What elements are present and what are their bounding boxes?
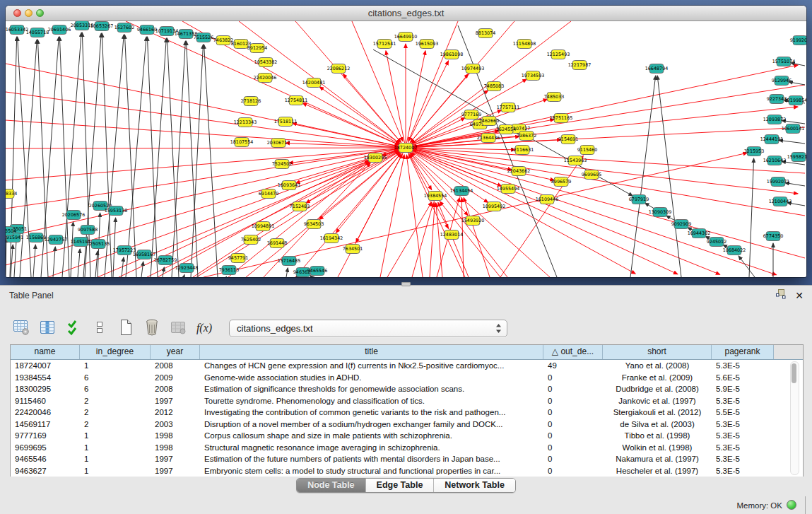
tab-node-table[interactable]: Node Table: [297, 479, 365, 492]
graph-node[interactable]: 9115460: [577, 146, 597, 155]
graph-node[interactable]: 3215953: [744, 147, 764, 156]
table-row[interactable]: 1456911722003Disruption of a novel membe…: [11, 419, 803, 431]
graph-node[interactable]: 1691448: [267, 239, 287, 248]
graph-node[interactable]: 14055718: [26, 28, 49, 37]
tab-edge-table[interactable]: Edge Table: [365, 479, 434, 492]
select-all-button[interactable]: [64, 318, 83, 338]
graph-node[interactable]: 16194342: [320, 234, 343, 243]
graph-node[interactable]: 9465546: [307, 267, 327, 276]
graph-edge[interactable]: [78, 249, 80, 277]
table-row[interactable]: 969969511998Structural magnetic resonanc…: [11, 442, 803, 454]
graph-node[interactable]: 6797919: [629, 195, 649, 204]
graph-node[interactable]: 9154691: [558, 135, 578, 144]
table-row[interactable]: 2242004622012Investigating the contribut…: [11, 407, 803, 419]
graph-node[interactable]: 9199203: [790, 36, 806, 45]
column-header-pagerank[interactable]: pagerank: [712, 345, 774, 359]
close-window-button[interactable]: [13, 9, 21, 17]
graph-node[interactable]: 1156869: [26, 233, 46, 243]
graph-node[interactable]: 12213343: [234, 118, 257, 127]
table-row[interactable]: 1872400712008Changes of HCN gene express…: [11, 360, 803, 372]
graph-node[interactable]: 12444191: [760, 135, 784, 144]
graph-node[interactable]: 12505135: [87, 240, 110, 249]
graph-node[interactable]: 16648794: [645, 64, 669, 74]
graph-node[interactable]: 19861098: [440, 50, 464, 59]
import-table-button[interactable]: [168, 318, 188, 338]
graph-node[interactable]: 6774350: [763, 232, 783, 241]
graph-edge[interactable]: [406, 155, 423, 277]
graph-node[interactable]: 15992071: [767, 177, 790, 187]
show-columns-button[interactable]: [37, 318, 57, 338]
graph-node[interactable]: 15493920: [461, 216, 485, 226]
graph-node[interactable]: 22420046: [254, 74, 277, 83]
graph-node[interactable]: 7462660: [479, 117, 499, 126]
table-row[interactable]: 946362711997Embryonic stem cells: a mode…: [11, 465, 803, 477]
vertical-scrollbar[interactable]: [790, 361, 799, 475]
graph-edge[interactable]: [71, 222, 73, 277]
graph-node[interactable]: 10653267: [90, 22, 114, 31]
graph-node[interactable]: 9466160: [137, 25, 157, 35]
graph-edge[interactable]: [406, 51, 425, 148]
graph-node[interactable]: 12217987: [568, 61, 592, 70]
graph-node[interactable]: 10543382: [254, 58, 278, 67]
graph-node[interactable]: 8996579: [551, 177, 571, 187]
graph-node[interactable]: 16109446: [536, 195, 559, 204]
graph-node[interactable]: 11154808: [513, 40, 536, 49]
graph-edge[interactable]: [387, 202, 432, 277]
graph-node[interactable]: 7986372: [517, 132, 536, 141]
graph-edge[interactable]: [48, 150, 399, 277]
column-header-short[interactable]: short: [603, 345, 712, 359]
graph-node[interactable]: 3624554: [496, 125, 516, 134]
graph-node[interactable]: 9457791: [228, 254, 248, 263]
graph-node[interactable]: 16053342: [6, 25, 28, 35]
graph-node[interactable]: 20306717: [267, 139, 290, 148]
graph-node[interactable]: 10600141: [782, 124, 805, 134]
table-selector-dropdown[interactable]: citations_edges.txt: [229, 320, 507, 337]
graph-node[interactable]: 10684022: [723, 246, 746, 255]
graph-edge[interactable]: [246, 152, 400, 277]
graph-edge[interactable]: [406, 61, 449, 148]
graph-edge[interactable]: [286, 268, 288, 277]
graph-edge[interactable]: [167, 38, 179, 277]
graph-node[interactable]: 9129946: [772, 76, 792, 86]
graph-node[interactable]: 19734593: [522, 71, 545, 81]
graph-node[interactable]: 6914479: [259, 189, 278, 199]
zoom-window-button[interactable]: [36, 9, 44, 17]
graph-node[interactable]: 9699695: [582, 170, 601, 180]
graph-edge[interactable]: [302, 103, 406, 148]
table-row[interactable]: 911546021997Tourette syndrome. Phenomeno…: [11, 395, 803, 407]
graph-edge[interactable]: [141, 262, 143, 277]
graph-node[interactable]: 22086212: [327, 64, 351, 74]
graph-edge[interactable]: [158, 161, 369, 277]
graph-node[interactable]: 12100443: [769, 197, 792, 206]
graph-node[interactable]: 7515526: [194, 33, 213, 42]
graph-edge[interactable]: [186, 41, 198, 277]
delete-column-button[interactable]: [142, 318, 162, 338]
graph-edge[interactable]: [191, 45, 203, 277]
clear-selection-button[interactable]: [90, 318, 110, 338]
graph-edge[interactable]: [306, 148, 406, 203]
column-header-year[interactable]: year: [151, 345, 200, 359]
graph-node[interactable]: 7485033: [544, 93, 564, 102]
graph-node[interactable]: 16093641: [278, 181, 301, 190]
table-row[interactable]: 946554611997Estimation of the future num…: [11, 453, 803, 465]
graph-node[interactable]: 10995492: [483, 202, 506, 211]
graph-node[interactable]: 9245012: [707, 238, 726, 247]
graph-node[interactable]: 15712541: [373, 40, 396, 49]
table-row[interactable]: 977716911998Corpus callosum shape and si…: [11, 430, 803, 442]
graph-node[interactable]: 10974493: [461, 64, 485, 74]
graph-node[interactable]: 20691406: [48, 25, 71, 35]
function-builder-button[interactable]: f(x): [194, 318, 214, 338]
new-column-button[interactable]: [116, 318, 136, 338]
table-mode-button[interactable]: [11, 318, 31, 338]
float-panel-icon[interactable]: [775, 288, 786, 302]
graph-node[interactable]: 18751165: [550, 114, 573, 123]
graph-node[interactable]: 13090309: [649, 208, 672, 217]
column-header-title[interactable]: title: [200, 345, 543, 359]
graph-node[interactable]: 16944302: [688, 229, 711, 238]
graph-node[interactable]: 12942757: [45, 235, 68, 245]
graph-node[interactable]: 19384554: [424, 192, 447, 201]
graph-edge[interactable]: [436, 203, 442, 277]
graph-node[interactable]: 8813074: [476, 29, 495, 38]
column-header-in_degree[interactable]: in_degree: [80, 345, 151, 359]
graph-node[interactable]: 1527602: [114, 23, 134, 33]
